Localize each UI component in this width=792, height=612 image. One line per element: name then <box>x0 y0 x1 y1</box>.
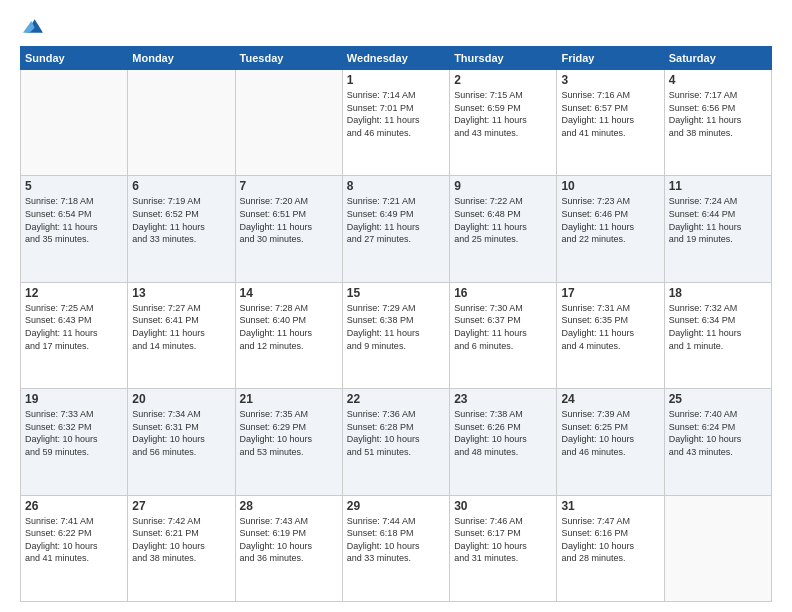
logo <box>20 16 43 36</box>
calendar-cell: 28Sunrise: 7:43 AM Sunset: 6:19 PM Dayli… <box>235 495 342 601</box>
day-number: 31 <box>561 499 659 513</box>
day-of-week-header: Monday <box>128 47 235 70</box>
calendar-cell: 10Sunrise: 7:23 AM Sunset: 6:46 PM Dayli… <box>557 176 664 282</box>
day-info: Sunrise: 7:14 AM Sunset: 7:01 PM Dayligh… <box>347 89 445 139</box>
calendar-cell: 24Sunrise: 7:39 AM Sunset: 6:25 PM Dayli… <box>557 389 664 495</box>
day-number: 17 <box>561 286 659 300</box>
day-info: Sunrise: 7:32 AM Sunset: 6:34 PM Dayligh… <box>669 302 767 352</box>
day-info: Sunrise: 7:34 AM Sunset: 6:31 PM Dayligh… <box>132 408 230 458</box>
day-info: Sunrise: 7:33 AM Sunset: 6:32 PM Dayligh… <box>25 408 123 458</box>
day-info: Sunrise: 7:25 AM Sunset: 6:43 PM Dayligh… <box>25 302 123 352</box>
day-info: Sunrise: 7:17 AM Sunset: 6:56 PM Dayligh… <box>669 89 767 139</box>
calendar-cell: 26Sunrise: 7:41 AM Sunset: 6:22 PM Dayli… <box>21 495 128 601</box>
day-info: Sunrise: 7:30 AM Sunset: 6:37 PM Dayligh… <box>454 302 552 352</box>
day-info: Sunrise: 7:36 AM Sunset: 6:28 PM Dayligh… <box>347 408 445 458</box>
day-number: 23 <box>454 392 552 406</box>
day-info: Sunrise: 7:40 AM Sunset: 6:24 PM Dayligh… <box>669 408 767 458</box>
day-number: 14 <box>240 286 338 300</box>
day-number: 4 <box>669 73 767 87</box>
day-number: 8 <box>347 179 445 193</box>
calendar-cell: 15Sunrise: 7:29 AM Sunset: 6:38 PM Dayli… <box>342 282 449 388</box>
calendar-cell: 2Sunrise: 7:15 AM Sunset: 6:59 PM Daylig… <box>450 70 557 176</box>
calendar-cell: 5Sunrise: 7:18 AM Sunset: 6:54 PM Daylig… <box>21 176 128 282</box>
calendar-cell: 29Sunrise: 7:44 AM Sunset: 6:18 PM Dayli… <box>342 495 449 601</box>
calendar-cell <box>664 495 771 601</box>
day-number: 29 <box>347 499 445 513</box>
calendar-cell: 21Sunrise: 7:35 AM Sunset: 6:29 PM Dayli… <box>235 389 342 495</box>
day-number: 3 <box>561 73 659 87</box>
day-number: 9 <box>454 179 552 193</box>
calendar-cell <box>235 70 342 176</box>
day-number: 5 <box>25 179 123 193</box>
day-info: Sunrise: 7:15 AM Sunset: 6:59 PM Dayligh… <box>454 89 552 139</box>
day-of-week-header: Saturday <box>664 47 771 70</box>
day-number: 6 <box>132 179 230 193</box>
day-info: Sunrise: 7:23 AM Sunset: 6:46 PM Dayligh… <box>561 195 659 245</box>
day-number: 13 <box>132 286 230 300</box>
page: SundayMondayTuesdayWednesdayThursdayFrid… <box>0 0 792 612</box>
day-info: Sunrise: 7:28 AM Sunset: 6:40 PM Dayligh… <box>240 302 338 352</box>
calendar-cell: 23Sunrise: 7:38 AM Sunset: 6:26 PM Dayli… <box>450 389 557 495</box>
day-number: 22 <box>347 392 445 406</box>
calendar-cell: 17Sunrise: 7:31 AM Sunset: 6:35 PM Dayli… <box>557 282 664 388</box>
day-number: 19 <box>25 392 123 406</box>
calendar-cell: 16Sunrise: 7:30 AM Sunset: 6:37 PM Dayli… <box>450 282 557 388</box>
calendar-week-row: 5Sunrise: 7:18 AM Sunset: 6:54 PM Daylig… <box>21 176 772 282</box>
calendar-cell: 13Sunrise: 7:27 AM Sunset: 6:41 PM Dayli… <box>128 282 235 388</box>
header-row: SundayMondayTuesdayWednesdayThursdayFrid… <box>21 47 772 70</box>
day-info: Sunrise: 7:19 AM Sunset: 6:52 PM Dayligh… <box>132 195 230 245</box>
calendar-cell: 6Sunrise: 7:19 AM Sunset: 6:52 PM Daylig… <box>128 176 235 282</box>
day-info: Sunrise: 7:21 AM Sunset: 6:49 PM Dayligh… <box>347 195 445 245</box>
day-info: Sunrise: 7:47 AM Sunset: 6:16 PM Dayligh… <box>561 515 659 565</box>
day-info: Sunrise: 7:31 AM Sunset: 6:35 PM Dayligh… <box>561 302 659 352</box>
calendar-cell: 12Sunrise: 7:25 AM Sunset: 6:43 PM Dayli… <box>21 282 128 388</box>
day-number: 18 <box>669 286 767 300</box>
day-number: 15 <box>347 286 445 300</box>
day-of-week-header: Wednesday <box>342 47 449 70</box>
day-info: Sunrise: 7:35 AM Sunset: 6:29 PM Dayligh… <box>240 408 338 458</box>
day-number: 20 <box>132 392 230 406</box>
calendar-cell: 4Sunrise: 7:17 AM Sunset: 6:56 PM Daylig… <box>664 70 771 176</box>
calendar-cell: 19Sunrise: 7:33 AM Sunset: 6:32 PM Dayli… <box>21 389 128 495</box>
calendar-week-row: 19Sunrise: 7:33 AM Sunset: 6:32 PM Dayli… <box>21 389 772 495</box>
day-info: Sunrise: 7:24 AM Sunset: 6:44 PM Dayligh… <box>669 195 767 245</box>
calendar-cell: 3Sunrise: 7:16 AM Sunset: 6:57 PM Daylig… <box>557 70 664 176</box>
day-of-week-header: Sunday <box>21 47 128 70</box>
day-number: 12 <box>25 286 123 300</box>
calendar-cell <box>21 70 128 176</box>
calendar-week-row: 12Sunrise: 7:25 AM Sunset: 6:43 PM Dayli… <box>21 282 772 388</box>
calendar-cell: 9Sunrise: 7:22 AM Sunset: 6:48 PM Daylig… <box>450 176 557 282</box>
day-info: Sunrise: 7:29 AM Sunset: 6:38 PM Dayligh… <box>347 302 445 352</box>
day-number: 11 <box>669 179 767 193</box>
calendar-cell: 27Sunrise: 7:42 AM Sunset: 6:21 PM Dayli… <box>128 495 235 601</box>
day-of-week-header: Tuesday <box>235 47 342 70</box>
calendar: SundayMondayTuesdayWednesdayThursdayFrid… <box>20 46 772 602</box>
day-info: Sunrise: 7:18 AM Sunset: 6:54 PM Dayligh… <box>25 195 123 245</box>
calendar-cell: 20Sunrise: 7:34 AM Sunset: 6:31 PM Dayli… <box>128 389 235 495</box>
day-info: Sunrise: 7:41 AM Sunset: 6:22 PM Dayligh… <box>25 515 123 565</box>
calendar-cell: 11Sunrise: 7:24 AM Sunset: 6:44 PM Dayli… <box>664 176 771 282</box>
logo-icon <box>23 16 43 36</box>
day-number: 16 <box>454 286 552 300</box>
calendar-week-row: 26Sunrise: 7:41 AM Sunset: 6:22 PM Dayli… <box>21 495 772 601</box>
day-number: 7 <box>240 179 338 193</box>
day-info: Sunrise: 7:38 AM Sunset: 6:26 PM Dayligh… <box>454 408 552 458</box>
day-number: 28 <box>240 499 338 513</box>
day-number: 21 <box>240 392 338 406</box>
day-number: 30 <box>454 499 552 513</box>
day-info: Sunrise: 7:22 AM Sunset: 6:48 PM Dayligh… <box>454 195 552 245</box>
calendar-cell: 31Sunrise: 7:47 AM Sunset: 6:16 PM Dayli… <box>557 495 664 601</box>
calendar-cell: 25Sunrise: 7:40 AM Sunset: 6:24 PM Dayli… <box>664 389 771 495</box>
calendar-cell: 8Sunrise: 7:21 AM Sunset: 6:49 PM Daylig… <box>342 176 449 282</box>
day-number: 2 <box>454 73 552 87</box>
day-info: Sunrise: 7:27 AM Sunset: 6:41 PM Dayligh… <box>132 302 230 352</box>
calendar-cell <box>128 70 235 176</box>
day-number: 24 <box>561 392 659 406</box>
calendar-cell: 22Sunrise: 7:36 AM Sunset: 6:28 PM Dayli… <box>342 389 449 495</box>
day-info: Sunrise: 7:43 AM Sunset: 6:19 PM Dayligh… <box>240 515 338 565</box>
calendar-cell: 18Sunrise: 7:32 AM Sunset: 6:34 PM Dayli… <box>664 282 771 388</box>
calendar-cell: 30Sunrise: 7:46 AM Sunset: 6:17 PM Dayli… <box>450 495 557 601</box>
calendar-cell: 14Sunrise: 7:28 AM Sunset: 6:40 PM Dayli… <box>235 282 342 388</box>
day-info: Sunrise: 7:20 AM Sunset: 6:51 PM Dayligh… <box>240 195 338 245</box>
header <box>20 16 772 36</box>
